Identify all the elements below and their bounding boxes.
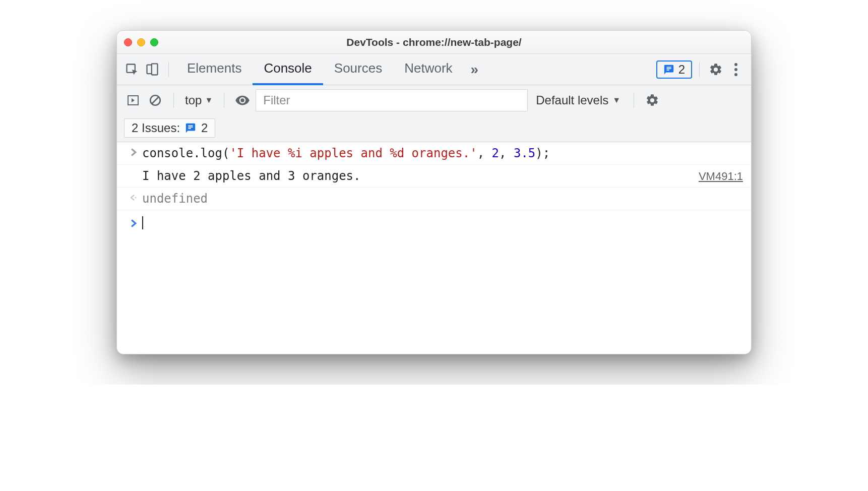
titlebar: DevTools - chrome://new-tab-page/ bbox=[117, 31, 751, 54]
minimize-window-button[interactable] bbox=[137, 38, 145, 46]
dropdown-icon: ▼ bbox=[612, 96, 621, 105]
dropdown-icon: ▼ bbox=[205, 96, 213, 105]
issues-icon bbox=[185, 122, 196, 134]
gear-icon bbox=[645, 93, 659, 107]
log-levels-selector[interactable]: Default levels ▼ bbox=[532, 93, 625, 107]
context-selector[interactable]: top ▼ bbox=[183, 93, 215, 107]
input-chevron-icon bbox=[125, 146, 142, 157]
more-menu-button[interactable] bbox=[727, 60, 745, 79]
device-toolbar-icon[interactable] bbox=[143, 60, 161, 79]
settings-button[interactable] bbox=[707, 60, 725, 79]
tab-console[interactable]: Console bbox=[253, 54, 323, 85]
kebab-icon bbox=[730, 63, 741, 76]
separator bbox=[168, 62, 169, 77]
toggle-sidebar-button[interactable] bbox=[124, 91, 142, 109]
tabs: Elements Console Sources Network bbox=[176, 54, 464, 85]
issues-indicator[interactable]: 2 bbox=[656, 60, 692, 79]
console-output-line: I have 2 apples and 3 oranges. VM491:1 bbox=[117, 165, 751, 188]
eye-icon bbox=[235, 93, 250, 108]
window-title: DevTools - chrome://new-tab-page/ bbox=[117, 36, 751, 48]
devtools-window: DevTools - chrome://new-tab-page/ Elemen… bbox=[116, 30, 752, 354]
filter-input[interactable] bbox=[256, 89, 528, 111]
tabbar: Elements Console Sources Network » 2 bbox=[117, 54, 751, 85]
text-cursor bbox=[142, 216, 143, 229]
console-input-line: console.log('I have %i apples and %d ora… bbox=[117, 142, 751, 165]
console-output: console.log('I have %i apples and %d ora… bbox=[117, 142, 751, 354]
close-window-button[interactable] bbox=[124, 38, 132, 46]
issues-count: 2 bbox=[678, 63, 685, 77]
issues-summary[interactable]: 2 Issues: 2 bbox=[124, 118, 215, 138]
return-chevron-icon bbox=[125, 192, 142, 202]
console-prompt[interactable] bbox=[117, 210, 751, 234]
separator bbox=[224, 93, 224, 108]
source-link[interactable]: VM491:1 bbox=[699, 169, 743, 183]
live-expression-button[interactable] bbox=[233, 91, 252, 109]
tab-sources[interactable]: Sources bbox=[323, 54, 393, 85]
issues-icon bbox=[663, 64, 674, 75]
separator bbox=[634, 93, 634, 108]
console-message[interactable]: I have 2 apples and 3 oranges. bbox=[142, 169, 699, 183]
sidebar-icon bbox=[127, 94, 139, 106]
tab-network[interactable]: Network bbox=[393, 54, 463, 85]
clear-icon bbox=[149, 94, 162, 107]
return-value[interactable]: undefined bbox=[142, 192, 743, 206]
separator bbox=[699, 62, 700, 77]
more-tabs-icon[interactable]: » bbox=[466, 62, 482, 78]
svg-line-5 bbox=[152, 97, 159, 104]
console-settings-button[interactable] bbox=[643, 91, 661, 109]
maximize-window-button[interactable] bbox=[150, 38, 158, 46]
separator bbox=[173, 93, 174, 108]
svg-point-6 bbox=[135, 197, 136, 198]
gear-icon bbox=[709, 63, 723, 77]
console-toolbar: top ▼ Default levels ▼ 2 Issues: 2 bbox=[117, 85, 751, 142]
window-controls bbox=[124, 38, 158, 46]
prompt-chevron-icon bbox=[125, 217, 142, 228]
tab-elements[interactable]: Elements bbox=[176, 54, 253, 85]
console-code[interactable]: console.log('I have %i apples and %d ora… bbox=[142, 146, 743, 160]
clear-console-button[interactable] bbox=[146, 91, 164, 109]
console-return-line: undefined bbox=[117, 188, 751, 210]
svg-rect-2 bbox=[152, 64, 158, 75]
inspect-element-icon[interactable] bbox=[123, 60, 141, 79]
